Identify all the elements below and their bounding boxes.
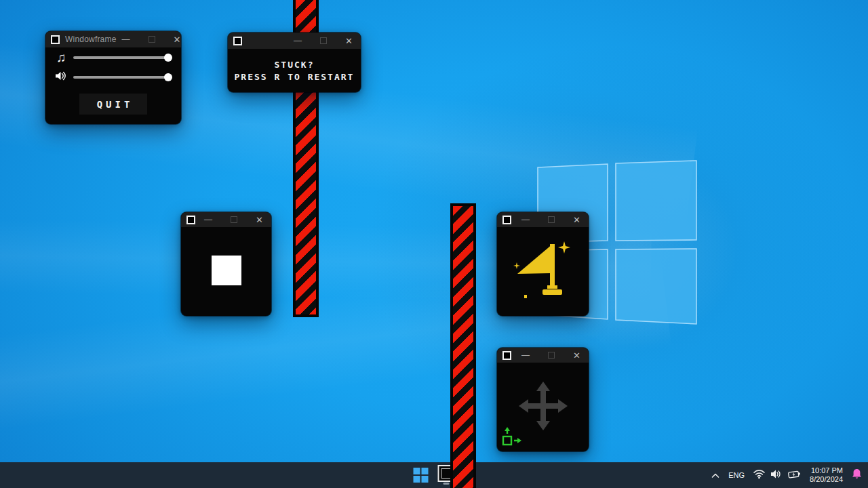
goal-titlebar[interactable]: — ✕ [497,212,589,227]
minimize-button[interactable]: — [521,216,530,224]
minimize-button[interactable]: — [294,37,302,45]
window-move-hint: — ✕ [497,348,589,451]
player-character-square [212,256,241,285]
taskbar-clock[interactable]: 10:07 PM 8/20/2024 [810,466,843,484]
window-goal-flag: — ✕ [497,212,589,316]
windows-logo-icon [414,468,420,474]
close-button[interactable]: ✕ [345,37,353,45]
maximize-button[interactable] [548,216,555,223]
maximize-button[interactable] [149,36,155,43]
player-titlebar[interactable]: — ✕ [181,212,271,227]
notification-bell-icon[interactable] [852,468,862,483]
goal-flag-icon [512,238,574,306]
windowframe-app-icon [502,351,511,360]
slider-knob[interactable] [164,54,172,62]
slider-knob[interactable] [164,73,172,81]
wifi-icon[interactable] [753,469,765,481]
settings-titlebar[interactable]: Windowframe — ✕ [45,31,181,47]
active-app-indicator [443,483,449,485]
hint-line-2: PRESS R TO RESTART [235,72,355,82]
music-note-icon: ♫ [55,50,67,65]
windowframe-app-icon [502,216,511,224]
speaker-icon [55,71,67,83]
minimize-button[interactable]: — [204,216,212,224]
windowframe-app-icon [51,35,60,44]
maximize-button[interactable] [548,352,555,359]
close-button[interactable]: ✕ [573,216,580,224]
windowframe-app-icon [233,37,242,45]
move-titlebar[interactable]: — ✕ [497,348,589,363]
clock-date: 8/20/2024 [810,475,843,484]
tray-chevron-up-icon[interactable] [711,469,719,481]
windows-logo-icon [422,476,429,483]
close-button[interactable]: ✕ [174,35,181,44]
maximize-button[interactable] [320,37,327,44]
sound-volume-slider[interactable] [73,76,172,79]
minimize-button[interactable]: — [122,35,130,43]
hint-line-1: STUCK? [275,60,315,70]
clock-time: 10:07 PM [810,466,843,475]
volume-icon[interactable] [771,469,782,481]
move-arrows-icon [519,382,568,430]
windowframe-app-icon [186,216,195,224]
language-indicator[interactable]: ENG [728,471,745,479]
minimize-button[interactable]: — [521,351,530,359]
quit-button[interactable]: QUIT [79,94,147,115]
maximize-button[interactable] [231,216,237,223]
window-player: — ✕ [181,212,271,316]
windows-logo-icon [414,476,420,483]
taskbar: ENG 10:07 PM 8/20/2024 [0,462,868,488]
windows-logo-icon [422,468,429,474]
close-button[interactable]: ✕ [256,216,263,224]
hint-titlebar[interactable]: — ✕ [228,33,361,49]
window-restart-hint: — ✕ STUCK? PRESS R TO RESTART [228,33,361,92]
hazard-stripe-bar [450,203,476,488]
battery-icon[interactable] [788,469,801,481]
window-title: Windowframe [65,35,117,44]
close-button[interactable]: ✕ [573,351,580,360]
music-volume-slider[interactable] [73,56,172,59]
start-button[interactable] [414,468,429,483]
window-settings: Windowframe — ✕ ♫ QUIT [45,31,181,124]
window-move-legend-icon [501,427,526,447]
